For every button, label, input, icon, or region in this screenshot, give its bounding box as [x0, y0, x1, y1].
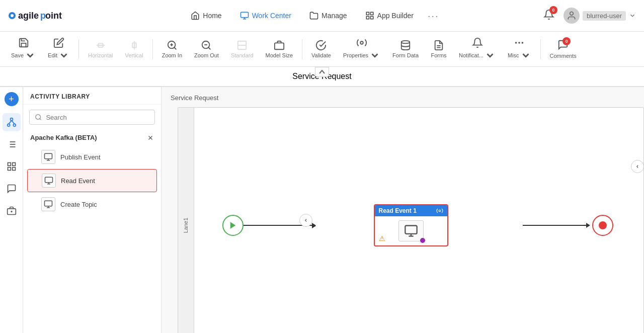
svg-rect-45 [8, 163, 11, 166]
canvas-border: Lane1 Read Event 1 [178, 107, 644, 333]
user-profile[interactable]: blurred-user [564, 8, 636, 24]
forms-button[interactable]: Forms [426, 37, 452, 61]
properties-button[interactable]: Properties [338, 34, 385, 64]
toolbar-divider-3 [302, 39, 302, 59]
svg-rect-47 [8, 168, 11, 171]
nav-right: 0 blurred-user [540, 6, 636, 25]
svg-rect-46 [12, 163, 15, 166]
svg-rect-9 [370, 12, 373, 15]
panel-collapse-button[interactable] [631, 160, 644, 173]
vertical-button: Vertical [120, 37, 148, 61]
canvas-title: Service Request [171, 94, 218, 102]
search-box[interactable] [29, 110, 155, 125]
nav-items: Home Work Center Manage App Builder ··· [90, 7, 536, 24]
activity-create-topic[interactable]: Create Topic [27, 193, 157, 215]
svg-rect-56 [45, 153, 52, 159]
svg-rect-26 [275, 43, 284, 49]
collapse-toolbar-button[interactable] [315, 67, 329, 77]
logo: agile p oint [8, 7, 73, 25]
canvas-area[interactable]: Service Request Lane1 [162, 87, 644, 333]
save-button[interactable]: Save [6, 34, 41, 64]
id-icon-btn[interactable] [3, 202, 21, 220]
avatar [564, 8, 580, 24]
svg-rect-59 [45, 177, 53, 183]
svg-point-12 [570, 12, 574, 16]
main-layout: + ACTIVITY LIBRARY Apache Kafka (BETA) [0, 87, 644, 333]
svg-text:oint: oint [45, 11, 62, 21]
task-node-header: Read Event 1 [375, 205, 447, 216]
search-icon [35, 113, 42, 121]
svg-line-22 [209, 47, 211, 49]
svg-point-66 [439, 210, 441, 212]
svg-point-1 [11, 14, 14, 17]
svg-point-35 [7, 124, 10, 126]
svg-point-32 [522, 42, 523, 43]
form-data-button[interactable]: Form Data [387, 37, 424, 61]
nav-manage[interactable]: Manage [301, 7, 355, 24]
activity-library-header: ACTIVITY LIBRARY [23, 87, 161, 105]
validate-button[interactable]: Validate [306, 37, 336, 61]
svg-rect-10 [366, 17, 369, 19]
arrow-task-to-end [523, 225, 587, 226]
comments-button[interactable]: 0 Comments [545, 36, 582, 62]
read-event-icon [42, 174, 56, 188]
activity-read-event[interactable]: Read Event [27, 169, 157, 192]
svg-point-33 [516, 42, 517, 43]
svg-rect-11 [370, 17, 373, 19]
add-activity-button[interactable]: + [5, 92, 19, 106]
start-node[interactable] [222, 215, 244, 236]
notifications-button[interactable]: Notificat... [454, 34, 501, 64]
nav-workcenter[interactable]: Work Center [232, 7, 299, 24]
svg-point-31 [519, 42, 520, 43]
title-row: Service Request [0, 67, 644, 86]
svg-line-53 [40, 119, 41, 120]
category-close-icon[interactable] [147, 134, 154, 141]
zoom-in-button[interactable]: Zoom In [157, 37, 187, 61]
list-view-btn-1[interactable] [3, 135, 21, 153]
svg-point-34 [10, 118, 13, 121]
svg-rect-5 [240, 12, 248, 18]
svg-point-27 [360, 41, 363, 44]
svg-point-52 [36, 115, 41, 120]
toolbar: Save Edit Horizontal Vertical Zoom In [0, 32, 644, 67]
task-node-activity-icon [398, 220, 424, 241]
standard-button: Standard [226, 37, 259, 61]
end-node[interactable] [592, 215, 613, 236]
svg-line-37 [9, 121, 12, 124]
toolbar-divider-1 [78, 39, 79, 59]
zoom-out-button[interactable]: Zoom Out [189, 37, 224, 61]
chat-icon-btn[interactable] [3, 180, 21, 198]
category-header: Apache Kafka (BETA) [23, 130, 161, 145]
svg-rect-48 [12, 168, 15, 171]
model-size-button[interactable]: Model Size [261, 37, 298, 61]
svg-rect-8 [366, 12, 369, 15]
list-view-btn-2[interactable] [3, 157, 21, 176]
arrow-connector [312, 223, 316, 228]
svg-line-18 [174, 47, 176, 49]
svg-point-28 [401, 41, 410, 44]
publish-event-icon [41, 150, 55, 164]
task-settings-icon[interactable] [436, 207, 443, 214]
create-topic-icon [41, 197, 55, 211]
svg-line-38 [12, 121, 15, 124]
search-input[interactable] [46, 114, 149, 121]
activity-panel: ACTIVITY LIBRARY Apache Kafka (BETA) Pub… [23, 87, 162, 333]
nav-more[interactable]: ··· [424, 10, 443, 22]
activity-panel-collapse[interactable] [299, 214, 312, 227]
status-dot [420, 238, 425, 243]
misc-button[interactable]: Misc [503, 34, 536, 64]
task-node[interactable]: Read Event 1 ⚠ [374, 204, 448, 246]
toolbar-divider-4 [540, 39, 541, 59]
top-navigation: agile p oint Home Work Center Manage App… [0, 0, 644, 32]
warning-icon: ⚠ [379, 234, 385, 242]
task-node-body: ⚠ [375, 216, 447, 245]
horizontal-button: Horizontal [83, 37, 118, 61]
nav-home[interactable]: Home [183, 7, 229, 24]
svg-text:agile: agile [18, 11, 39, 21]
activity-publish-event[interactable]: Publish Event [27, 146, 157, 168]
edit-button[interactable]: Edit [43, 34, 74, 64]
connections-icon-btn[interactable] [3, 113, 21, 131]
nav-appbuilder[interactable]: App Builder [357, 7, 422, 24]
svg-point-36 [13, 124, 16, 126]
notification-bell[interactable]: 0 [540, 6, 557, 25]
